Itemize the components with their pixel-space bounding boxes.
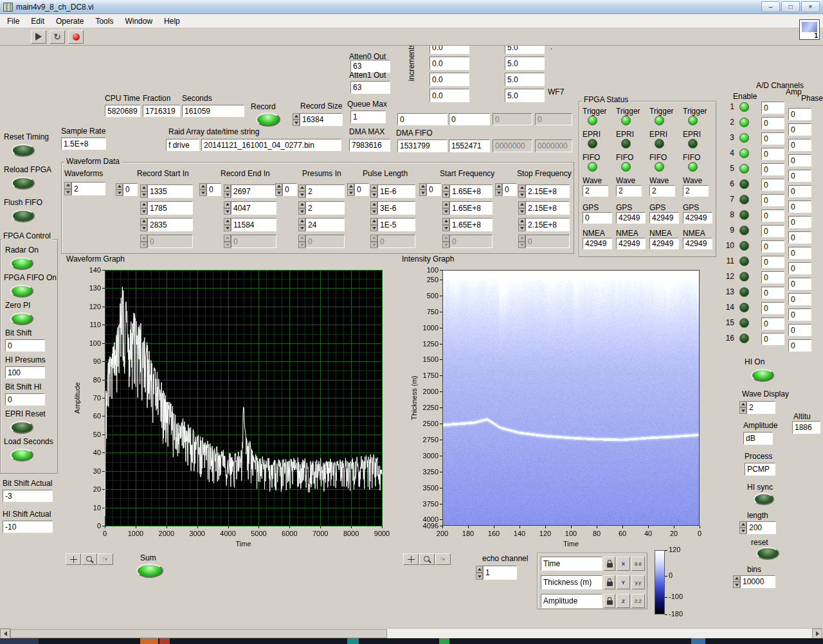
- waveform-crosshair-button[interactable]: [66, 553, 81, 565]
- ad-channel-6-phase-field[interactable]: 0: [788, 185, 811, 197]
- ad-channel-8-amp-field[interactable]: 0: [761, 210, 784, 222]
- record-start-in-index-spinner[interactable]: [116, 183, 123, 196]
- ad-channel-15-phase-field[interactable]: 0: [788, 324, 811, 336]
- scroll-left-button[interactable]: [0, 629, 10, 639]
- abort-button[interactable]: [68, 30, 84, 44]
- menu-help[interactable]: Help: [158, 15, 186, 28]
- ad-channel-5-amp-field[interactable]: 0: [761, 163, 784, 175]
- close-button[interactable]: ×: [801, 1, 820, 12]
- decrement-icon[interactable]: [64, 189, 71, 196]
- increment-icon[interactable]: [442, 184, 449, 192]
- increment-icon[interactable]: [442, 201, 449, 208]
- intensity-zoom-button[interactable]: [419, 553, 435, 565]
- ad-channel-9-enable-led[interactable]: [739, 226, 749, 235]
- bit-shift-field[interactable]: 0: [5, 339, 45, 352]
- presums-in-element-2-spinner[interactable]: [298, 218, 305, 231]
- scrollbar-thumb[interactable]: [10, 629, 387, 638]
- minimize-button[interactable]: –: [761, 1, 780, 12]
- start-frequency-element-2[interactable]: 1.65E+8: [442, 218, 493, 231]
- record-led[interactable]: [256, 112, 280, 127]
- pulse-length-index[interactable]: 0: [347, 183, 369, 196]
- increment-icon[interactable]: [495, 183, 502, 190]
- waveform-pan-button[interactable]: ☞: [98, 553, 113, 565]
- decrement-icon[interactable]: [140, 192, 147, 199]
- increment-icon[interactable]: [370, 218, 377, 225]
- taskbar-item-5[interactable]: [691, 638, 705, 644]
- increment-icon[interactable]: [224, 218, 231, 225]
- menu-window[interactable]: Window: [119, 15, 158, 28]
- decrement-icon[interactable]: [495, 190, 502, 196]
- radar-on-led[interactable]: [10, 257, 33, 270]
- pulse-length-element-1[interactable]: 3E-6: [370, 201, 415, 215]
- record-start-in-element-2-spinner[interactable]: [140, 218, 147, 231]
- decrement-icon[interactable]: [442, 225, 449, 232]
- stop-frequency-index-spinner[interactable]: [495, 183, 502, 196]
- decrement-icon[interactable]: [518, 192, 525, 199]
- stop-frequency-element-0[interactable]: 2.15E+8: [518, 184, 570, 198]
- ad-channel-6-enable-led[interactable]: [739, 179, 749, 189]
- ad-channel-8-phase-field[interactable]: 0: [788, 216, 811, 228]
- axis-name-field-amplitude[interactable]: Amplitude: [541, 594, 602, 608]
- axis-lock-button-amplitude[interactable]: [604, 594, 615, 608]
- reset-led[interactable]: [756, 547, 779, 560]
- decrement-icon[interactable]: [298, 208, 305, 215]
- ad-channel-13-phase-field[interactable]: 0: [788, 293, 811, 305]
- ad-channel-4-enable-led[interactable]: [739, 148, 749, 158]
- decrement-icon[interactable]: [140, 208, 147, 215]
- hi-on-led[interactable]: [751, 369, 774, 382]
- gain-field-3[interactable]: 5.0: [505, 89, 545, 102]
- stop-frequency-element-2-spinner[interactable]: [518, 218, 525, 231]
- stop-frequency-element-2[interactable]: 2.15E+8: [518, 218, 570, 231]
- ad-channel-7-enable-led[interactable]: [739, 195, 749, 204]
- ad-channel-15-enable-led[interactable]: [739, 318, 749, 328]
- wave-display-control[interactable]: 2: [739, 401, 775, 414]
- start-frequency-index-spinner[interactable]: [419, 183, 426, 196]
- decrement-icon[interactable]: [370, 192, 377, 199]
- pulse-length-element-0-spinner[interactable]: [370, 184, 377, 198]
- decrement-icon[interactable]: [739, 407, 746, 414]
- gain-field-1[interactable]: 5.0: [505, 57, 545, 70]
- ad-channel-16-amp-field[interactable]: 0: [761, 333, 784, 345]
- ad-channel-6-amp-field[interactable]: 0: [761, 179, 784, 191]
- start-frequency-element-1[interactable]: 1.65E+8: [442, 201, 493, 215]
- pulse-length-element-2[interactable]: 1E-5: [370, 218, 415, 231]
- process-select[interactable]: PCMP: [745, 463, 775, 476]
- record-end-in-element-1[interactable]: 4047: [224, 201, 276, 215]
- stop-frequency-index[interactable]: 0: [495, 183, 517, 196]
- increment-icon[interactable]: [140, 184, 147, 192]
- offset-field-2[interactable]: 0.0: [430, 73, 469, 86]
- decrement-icon[interactable]: [442, 208, 449, 215]
- offset-field-1[interactable]: 0.0: [430, 57, 469, 70]
- axis-scale-button-time[interactable]: X: [617, 557, 630, 571]
- ad-channel-11-enable-led[interactable]: [739, 256, 749, 266]
- raid-drive-field[interactable]: f drive: [166, 139, 199, 151]
- presums-in-index-spinner[interactable]: [275, 183, 282, 196]
- ad-channel-1-amp-field[interactable]: 0: [761, 102, 784, 114]
- run-button[interactable]: [31, 30, 46, 44]
- ad-channel-16-phase-field[interactable]: 0: [788, 339, 811, 352]
- ad-channel-12-enable-led[interactable]: [739, 272, 749, 282]
- record-size-spinner[interactable]: [293, 113, 300, 126]
- decrement-icon[interactable]: [224, 225, 231, 232]
- increment-icon[interactable]: [298, 184, 305, 192]
- maximize-button[interactable]: □: [781, 1, 800, 12]
- ad-channel-4-amp-field[interactable]: 0: [761, 148, 784, 160]
- pulse-length-element-0[interactable]: 1E-6: [370, 184, 415, 198]
- menu-file[interactable]: File: [1, 15, 25, 28]
- presums-in-element-0[interactable]: 2: [298, 184, 345, 198]
- ad-channel-10-amp-field[interactable]: 0: [761, 240, 784, 253]
- increment-icon[interactable]: [140, 201, 147, 208]
- waveforms-spinner[interactable]: [64, 182, 71, 195]
- ad-channel-12-phase-field[interactable]: 0: [788, 278, 811, 290]
- decrement-icon[interactable]: [347, 190, 354, 196]
- ad-channel-4-phase-field[interactable]: 0: [788, 154, 811, 166]
- record-end-in-index[interactable]: 0: [199, 183, 221, 196]
- record-size-control[interactable]: 16384: [293, 113, 343, 126]
- stop-frequency-element-1-spinner[interactable]: [518, 201, 525, 215]
- ad-channel-10-enable-led[interactable]: [739, 241, 749, 251]
- increment-icon[interactable]: [370, 184, 377, 192]
- decrement-icon[interactable]: [518, 208, 525, 215]
- ad-channel-3-amp-field[interactable]: 0: [761, 132, 784, 145]
- increment-icon[interactable]: [739, 521, 746, 528]
- hi-presums-field[interactable]: 100: [5, 366, 45, 379]
